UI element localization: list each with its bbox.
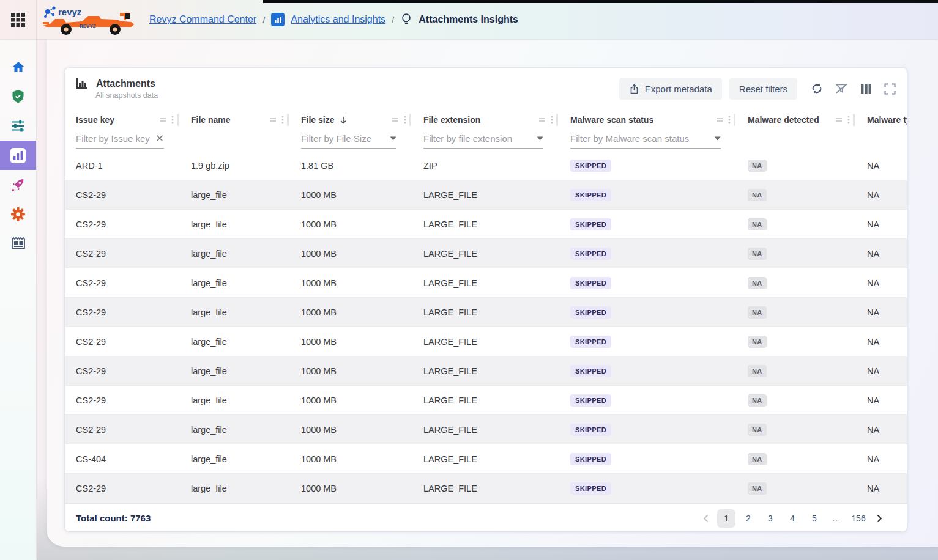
cell-malware-type: NA (856, 356, 907, 385)
app-switcher-button[interactable] (0, 0, 37, 39)
cell-file-extension: LARGE_FILE (412, 210, 559, 238)
page-subtitle: All snapshots data (95, 91, 158, 100)
sidebar-item-home[interactable] (0, 53, 36, 82)
table-row[interactable]: CS2-29 large_file 1000 MB LARGE_FILE SKI… (65, 327, 907, 356)
export-metadata-button[interactable]: Export metadata (619, 78, 722, 100)
cell-file-size: 1000 MB (290, 474, 412, 503)
column-header-file-extension[interactable]: File extension (412, 109, 559, 130)
scan-status-badge: SKIPPED (570, 336, 611, 348)
reset-filters-button[interactable]: Reset filters (729, 78, 797, 100)
cell-file-size: 1000 MB (290, 239, 412, 268)
prev-page-button[interactable] (698, 509, 713, 528)
next-page-button[interactable] (871, 509, 887, 528)
column-label: Malware detected (748, 115, 819, 125)
sidebar-item-configuration[interactable] (0, 111, 36, 141)
manage-columns-button[interactable] (860, 83, 872, 94)
table-row[interactable]: CS2-29 large_file 1000 MB LARGE_FILE SKI… (65, 210, 907, 239)
malware-scan-status-filter-select[interactable]: Filter by Malware scan status (570, 133, 721, 149)
table-row[interactable]: CS2-29 large_file 1000 MB LARGE_FILE SKI… (65, 356, 907, 386)
page-button-156[interactable]: 156 (849, 509, 868, 528)
column-menu-icon[interactable] (171, 116, 174, 124)
dropdown-caret-icon (537, 136, 543, 141)
column-label: Malware type (867, 115, 907, 125)
malware-detected-badge: NA (748, 277, 767, 289)
table-row[interactable]: ARD-1 1.9 gb.zip 1.81 GB ZIP SKIPPED NA … (65, 151, 907, 180)
column-menu-icon[interactable] (847, 116, 850, 124)
scan-status-badge: SKIPPED (570, 424, 611, 436)
issue-key-filter[interactable] (76, 133, 164, 149)
dropdown-caret-icon (390, 136, 396, 141)
sidebar-item-launch[interactable] (0, 170, 36, 199)
sort-desc-icon[interactable] (339, 116, 348, 125)
export-metadata-label: Export metadata (645, 84, 712, 94)
cell-issue-key: CS2-29 (65, 239, 180, 268)
cell-file-name: large_file (180, 474, 290, 503)
refresh-button[interactable] (811, 83, 823, 95)
drag-handle-icon[interactable] (538, 116, 546, 124)
drag-handle-icon[interactable] (269, 116, 277, 124)
cell-issue-key: CS-404 (65, 444, 180, 473)
column-header-issue-key[interactable]: Issue key (65, 109, 180, 130)
page-button-1[interactable]: 1 (717, 509, 735, 528)
cell-file-name: large_file (180, 210, 290, 238)
cell-file-extension: LARGE_FILE (412, 239, 559, 268)
table-body: ARD-1 1.9 gb.zip 1.81 GB ZIP SKIPPED NA … (65, 151, 907, 503)
sidebar-item-security[interactable] (0, 82, 36, 111)
breadcrumb-separator: / (392, 15, 394, 25)
column-header-malware-type[interactable]: Malware type (856, 109, 907, 130)
grid-apps-icon (10, 12, 26, 28)
scan-status-badge: SKIPPED (570, 453, 611, 465)
window-top-edge (263, 0, 938, 3)
sidebar-item-settings[interactable] (0, 199, 36, 229)
clear-filter-button[interactable] (835, 83, 848, 95)
clear-filter-x-icon[interactable] (155, 134, 164, 142)
table-row[interactable]: CS2-29 large_file 1000 MB LARGE_FILE SKI… (65, 180, 907, 210)
cell-file-size: 1000 MB (290, 180, 412, 209)
drag-handle-icon[interactable] (835, 116, 843, 124)
page-button-3[interactable]: 3 (761, 509, 780, 528)
column-label: File extension (423, 115, 480, 125)
scan-status-badge: SKIPPED (570, 394, 611, 407)
table-row[interactable]: CS-404 large_file 1000 MB LARGE_FILE SKI… (65, 444, 907, 474)
column-header-malware-scan-status[interactable]: Malware scan status (559, 109, 737, 130)
column-header-file-name[interactable]: File name (180, 109, 290, 130)
table-row[interactable]: CS2-29 large_file 1000 MB LARGE_FILE SKI… (65, 239, 907, 268)
table-row[interactable]: CS2-29 large_file 1000 MB LARGE_FILE SKI… (65, 268, 907, 298)
column-menu-icon[interactable] (404, 116, 406, 124)
table-row[interactable]: CS2-29 large_file 1000 MB LARGE_FILE SKI… (65, 415, 907, 444)
cell-malware-type: NA (856, 239, 907, 268)
table-row[interactable]: CS2-29 large_file 1000 MB LARGE_FILE SKI… (65, 298, 907, 327)
sidebar-item-reports[interactable] (0, 229, 36, 258)
svg-text:revyz: revyz (58, 7, 81, 17)
fullscreen-icon (884, 83, 896, 95)
breadcrumb-link-analytics-insights[interactable]: Analytics and Insights (291, 14, 385, 25)
file-size-filter-select[interactable]: Filter by File Size (301, 133, 396, 149)
issue-key-filter-input[interactable] (76, 133, 155, 144)
fullscreen-button[interactable] (884, 83, 896, 95)
malware-detected-badge: NA (748, 394, 767, 407)
table-row[interactable]: CS2-29 large_file 1000 MB LARGE_FILE SKI… (65, 386, 907, 415)
column-menu-icon[interactable] (728, 116, 731, 124)
breadcrumb-separator: / (262, 15, 265, 25)
file-extension-filter-select[interactable]: Filter by file extension (423, 133, 543, 149)
drag-handle-icon[interactable] (391, 116, 400, 124)
column-header-malware-detected[interactable]: Malware detected (737, 109, 856, 130)
column-menu-icon[interactable] (281, 116, 284, 124)
drag-handle-icon[interactable] (158, 116, 167, 124)
page-button-2[interactable]: 2 (739, 509, 757, 528)
page-button-5[interactable]: 5 (805, 509, 824, 528)
scan-status-badge: SKIPPED (570, 482, 611, 495)
sidebar-item-analytics[interactable] (0, 141, 36, 170)
drag-handle-icon[interactable] (715, 116, 724, 124)
cell-malware-type: NA (856, 210, 907, 238)
cell-file-extension: ZIP (412, 151, 559, 180)
scan-status-badge: SKIPPED (570, 365, 611, 377)
revyz-logo[interactable]: revyz REVYZ (37, 4, 141, 35)
page-button-4[interactable]: 4 (783, 509, 802, 528)
column-header-file-size[interactable]: File size (290, 109, 412, 130)
table-row[interactable]: CS2-29 large_file 1000 MB LARGE_FILE SKI… (65, 474, 907, 503)
breadcrumb-link-command-center[interactable]: Revyz Command Center (149, 14, 256, 25)
column-menu-icon[interactable] (551, 116, 553, 124)
malware-detected-badge: NA (748, 248, 767, 260)
malware-detected-badge: NA (748, 365, 767, 377)
